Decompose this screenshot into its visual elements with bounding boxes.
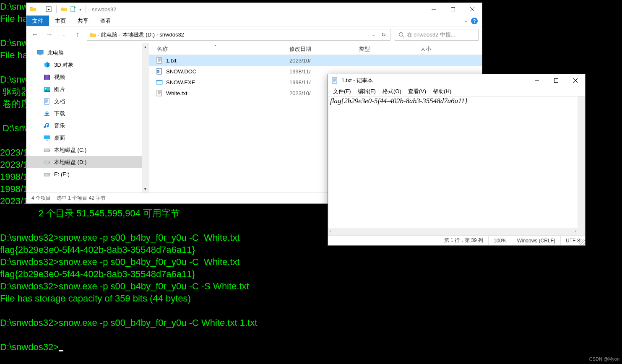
column-headers[interactable]: 名称 ⌃ 修改日期 类型 大小 [149, 43, 482, 55]
nav-back-button[interactable]: ← [30, 30, 40, 39]
tree-item-label: 下载 [54, 110, 65, 117]
notepad-content[interactable]: flag{2b29e3e0-5f44-402b-8ab3-35548d7a6a1… [328, 96, 585, 106]
notepad-title: 1.txt - 记事本 [341, 77, 373, 84]
nav-forward-button[interactable]: → [44, 30, 54, 39]
tab-share[interactable]: 共享 [72, 16, 94, 26]
tree-item-label: 文档 [54, 98, 65, 105]
notepad-titlebar[interactable]: 1.txt - 记事本 [328, 74, 585, 87]
svg-rect-13 [44, 135, 50, 139]
tab-home[interactable]: 主页 [49, 16, 72, 26]
tree-item-label: 本地磁盘 (D:) [54, 159, 86, 166]
maximize-button[interactable] [547, 74, 566, 87]
tree-item-label: 3D 对象 [54, 61, 73, 69]
tree-item-label: 桌面 [54, 134, 65, 142]
tree-item[interactable]: 视频 [26, 71, 149, 83]
chevron-right-icon[interactable]: › [98, 32, 99, 37]
address-dropdown-icon[interactable]: ⌄ [372, 32, 375, 37]
tree-item[interactable]: 文档 [26, 95, 149, 107]
txt-file-icon [156, 90, 163, 96]
new-folder-icon[interactable] [61, 6, 68, 13]
notepad-icon [331, 77, 338, 84]
minimize-button[interactable] [527, 74, 547, 87]
status-selection: 选中 1 个项目 42 字节 [57, 195, 106, 202]
minimize-button[interactable] [424, 3, 443, 16]
qat-dropdown-icon[interactable]: ▾ [79, 7, 81, 12]
properties-icon[interactable] [45, 6, 52, 13]
menu-view[interactable]: 查看(V) [406, 88, 429, 95]
txt-file-icon [156, 57, 163, 64]
refresh-icon[interactable]: ↻ [381, 31, 386, 38]
chevron-right-icon[interactable]: › [119, 32, 120, 37]
sort-indicator-icon: ⌃ [214, 44, 217, 49]
resize-grip-icon[interactable] [579, 239, 585, 245]
tab-view[interactable]: 查看 [94, 16, 117, 26]
tree-item[interactable]: 本地磁盘 (D:) [26, 156, 149, 168]
quick-access-toolbar: ▾ [26, 5, 88, 13]
tree-item[interactable]: 此电脑 [26, 47, 149, 59]
help-icon[interactable]: ? [471, 18, 478, 24]
ribbon-collapse-icon[interactable]: ⌄ [464, 18, 468, 23]
notepad-menu: 文件(F) 编辑(E) 格式(O) 查看(V) 帮助(H) [328, 87, 585, 96]
music-icon [43, 122, 51, 130]
menu-help[interactable]: 帮助(H) [430, 88, 454, 95]
scroll-up-icon[interactable]: ▴ [142, 43, 149, 50]
tree-item[interactable]: 音乐 [26, 120, 149, 132]
tree-item-label: 本地磁盘 (C:) [54, 146, 86, 154]
nav-recent-dropdown[interactable]: ⌄ [58, 32, 68, 37]
search-box[interactable]: 在 snwdos32 中搜... [395, 29, 479, 41]
tree-item[interactable]: 本地磁盘 (C:) [26, 144, 149, 156]
tree-item[interactable]: E: (E:) [26, 168, 149, 180]
notepad-status-bar: 第 1 行，第 39 列 100% Windows (CRLF) UTF-8 [328, 235, 585, 245]
column-name[interactable]: 名称 ⌃ [149, 45, 282, 53]
svg-rect-7 [44, 75, 45, 80]
column-type[interactable]: 类型 [351, 45, 413, 53]
nav-up-button[interactable]: ↑ [73, 30, 83, 39]
address-bar[interactable]: › 此电脑 › 本地磁盘 (D:) › snwdos32 ⌄ ↻ [87, 29, 390, 41]
file-row[interactable]: 1.txt2023/10/ [149, 55, 482, 66]
close-button[interactable] [463, 3, 482, 16]
column-date[interactable]: 修改日期 [282, 45, 351, 53]
close-button[interactable] [566, 74, 585, 87]
status-item-count: 4 个项目 [31, 195, 51, 202]
file-name: SNOW.DOC [166, 68, 196, 75]
svg-rect-29 [554, 79, 558, 83]
svg-rect-2 [451, 8, 455, 11]
svg-rect-5 [39, 55, 42, 55]
vertical-scrollbar[interactable] [578, 96, 585, 235]
breadcrumb-item[interactable]: 此电脑 [101, 31, 117, 39]
menu-format[interactable]: 格式(O) [380, 88, 404, 95]
paste-icon[interactable] [70, 6, 77, 13]
breadcrumb-item[interactable]: 本地磁盘 (D:) [122, 31, 155, 39]
tree-item[interactable]: 图片 [26, 83, 149, 95]
menu-file[interactable]: 文件(F) [331, 88, 354, 95]
search-placeholder: 在 snwdos32 中搜... [407, 31, 455, 39]
navigation-bar: ← → ⌄ ↑ › 此电脑 › 本地磁盘 (D:) › snwdos32 ⌄ ↻… [26, 26, 482, 43]
file-name: White.txt [166, 90, 187, 96]
explorer-titlebar[interactable]: ▾ snwdos32 [26, 3, 482, 16]
desktop-icon [43, 134, 51, 142]
tree-item-label: E: (E:) [54, 171, 70, 177]
tab-file[interactable]: 文件 [26, 16, 49, 26]
notepad-textarea[interactable]: flag{2b29e3e0-5f44-402b-8ab3-35548d7a6a1… [328, 96, 585, 235]
notepad-window[interactable]: 1.txt - 记事本 文件(F) 编辑(E) 格式(O) 查看(V) 帮助(H… [328, 74, 586, 246]
chevron-right-icon[interactable]: › [156, 32, 158, 37]
horizontal-scrollbar[interactable]: ‹› [328, 228, 578, 235]
svg-point-20 [49, 174, 49, 175]
navigation-pane[interactable]: 此电脑3D 对象视频图片文档下载音乐桌面本地磁盘 (C:)本地磁盘 (D:)E:… [26, 43, 149, 192]
menu-edit[interactable]: 编辑(E) [355, 88, 378, 95]
drive-icon [43, 171, 51, 178]
scroll-down-icon[interactable]: ▾ [142, 185, 149, 192]
file-name: 1.txt [166, 57, 177, 64]
svg-rect-4 [37, 50, 43, 54]
file-date: 2023/10/ [282, 57, 351, 64]
video-icon [43, 73, 51, 81]
tree-scrollbar[interactable]: ▴ ▾ [142, 43, 149, 192]
search-icon [398, 32, 404, 38]
column-size[interactable]: 大小 [413, 45, 463, 53]
breadcrumb-item[interactable]: snwdos32 [159, 31, 184, 38]
tree-item[interactable]: 3D 对象 [26, 59, 149, 71]
tree-item[interactable]: 下载 [26, 107, 149, 120]
tree-item[interactable]: 桌面 [26, 132, 149, 144]
maximize-button[interactable] [443, 3, 463, 16]
drive-icon [43, 146, 51, 154]
